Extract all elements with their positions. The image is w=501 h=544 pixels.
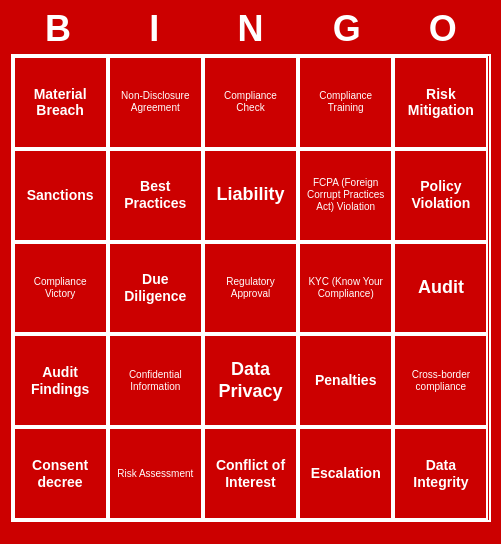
bingo-cell-23[interactable]: Escalation — [298, 427, 393, 520]
bingo-cell-14[interactable]: Audit — [393, 242, 488, 335]
bingo-cell-4[interactable]: Risk Mitigation — [393, 56, 488, 149]
bingo-cell-20[interactable]: Consent decree — [13, 427, 108, 520]
bingo-grid: Material BreachNon-Disclosure AgreementC… — [11, 54, 491, 522]
bingo-letter: B — [15, 8, 102, 50]
bingo-cell-8[interactable]: FCPA (Foreign Corrupt Practices Act) Vio… — [298, 149, 393, 242]
bingo-cell-6[interactable]: Best Practices — [108, 149, 203, 242]
bingo-cell-22[interactable]: Conflict of Interest — [203, 427, 298, 520]
bingo-cell-15[interactable]: Audit Findings — [13, 334, 108, 427]
bingo-letter: G — [303, 8, 390, 50]
bingo-cell-10[interactable]: Compliance Victory — [13, 242, 108, 335]
bingo-letter: N — [207, 8, 294, 50]
bingo-cell-24[interactable]: Data Integrity — [393, 427, 488, 520]
bingo-cell-21[interactable]: Risk Assessment — [108, 427, 203, 520]
bingo-cell-11[interactable]: Due Diligence — [108, 242, 203, 335]
bingo-cell-2[interactable]: Compliance Check — [203, 56, 298, 149]
bingo-cell-9[interactable]: Policy Violation — [393, 149, 488, 242]
bingo-cell-12[interactable]: Regulatory Approval — [203, 242, 298, 335]
bingo-cell-7[interactable]: Liability — [203, 149, 298, 242]
bingo-cell-16[interactable]: Confidential Information — [108, 334, 203, 427]
bingo-cell-0[interactable]: Material Breach — [13, 56, 108, 149]
bingo-cell-18[interactable]: Penalties — [298, 334, 393, 427]
bingo-cell-1[interactable]: Non-Disclosure Agreement — [108, 56, 203, 149]
bingo-title-row: BINGO — [0, 0, 501, 54]
bingo-cell-17[interactable]: Data Privacy — [203, 334, 298, 427]
bingo-letter: O — [400, 8, 487, 50]
bingo-cell-13[interactable]: KYC (Know Your Compliance) — [298, 242, 393, 335]
bingo-cell-3[interactable]: Compliance Training — [298, 56, 393, 149]
bingo-letter: I — [111, 8, 198, 50]
bingo-cell-5[interactable]: Sanctions — [13, 149, 108, 242]
bingo-cell-19[interactable]: Cross-border compliance — [393, 334, 488, 427]
